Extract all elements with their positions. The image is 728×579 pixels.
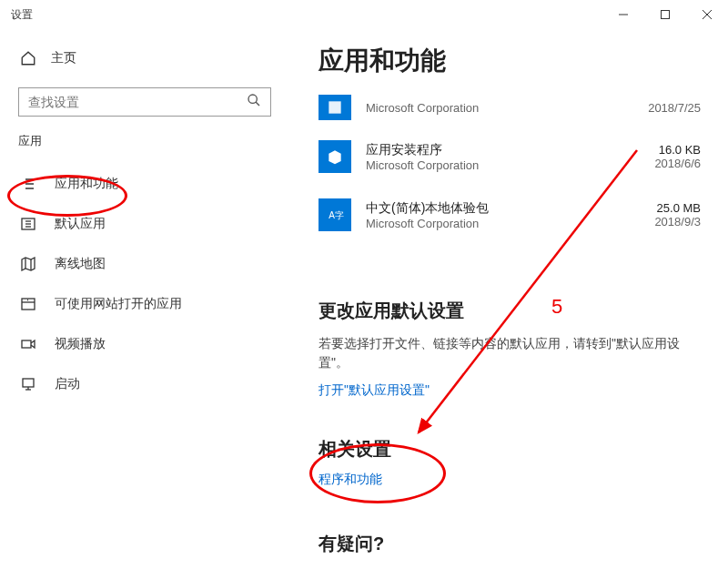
app-date: 2018/6/6	[654, 157, 701, 170]
svg-point-4	[248, 95, 257, 103]
maximize-button[interactable]	[644, 0, 686, 29]
video-icon	[20, 337, 36, 351]
sidebar-item-video-playback[interactable]: 视频播放	[18, 324, 291, 364]
app-size: 25.0 MB	[654, 201, 701, 215]
list-icon	[20, 177, 36, 191]
app-icon: A字	[318, 198, 351, 231]
related-settings-heading: 相关设置	[318, 437, 701, 462]
app-publisher: Microsoft Corporation	[366, 217, 654, 230]
svg-rect-25	[329, 101, 340, 113]
app-publisher: Microsoft Corporation	[366, 158, 654, 172]
home-button[interactable]: 主页	[18, 40, 291, 76]
sidebar-item-apps-features[interactable]: 应用和功能	[18, 164, 291, 204]
open-default-apps-link[interactable]: 打开"默认应用设置"	[318, 382, 430, 397]
home-label: 主页	[51, 50, 76, 66]
app-size: 16.0 KB	[654, 143, 701, 157]
close-button[interactable]	[686, 0, 728, 29]
nav-label: 启动	[55, 376, 80, 392]
svg-rect-21	[22, 340, 31, 348]
sidebar-item-default-apps[interactable]: 默认应用	[18, 204, 291, 244]
page-title: 应用和功能	[318, 44, 701, 78]
app-row[interactable]: Microsoft Corporation 2018/7/25	[318, 89, 701, 126]
sidebar-item-offline-maps[interactable]: 离线地图	[18, 244, 291, 284]
window-controls	[602, 0, 728, 29]
app-date: 2018/9/3	[654, 215, 701, 229]
nav-label: 离线地图	[55, 256, 106, 272]
svg-line-5	[256, 102, 259, 106]
website-icon	[20, 297, 36, 311]
app-name: 中文(简体)本地体验包	[366, 200, 654, 217]
titlebar: 设置	[0, 0, 728, 29]
nav-label: 可使用网站打开的应用	[55, 296, 182, 312]
app-name: 应用安装程序	[366, 142, 654, 158]
map-icon	[20, 257, 36, 271]
change-defaults-heading: 更改应用默认设置	[318, 299, 701, 323]
content-area: 应用和功能 Microsoft Corporation 2018/7/25 应用…	[291, 29, 728, 579]
window-title: 设置	[11, 7, 33, 23]
search-input[interactable]	[18, 87, 271, 117]
app-row[interactable]: A字 中文(简体)本地体验包 Microsoft Corporation 25.…	[318, 188, 701, 242]
nav-label: 默认应用	[55, 216, 106, 232]
app-icon	[318, 140, 351, 173]
app-publisher: Microsoft Corporation	[366, 101, 648, 115]
startup-icon	[20, 377, 36, 391]
section-label: 应用	[18, 133, 291, 149]
app-row[interactable]: 应用安装程序 Microsoft Corporation 16.0 KB 201…	[318, 129, 701, 184]
search-icon	[247, 93, 261, 111]
svg-text:A字: A字	[329, 210, 344, 220]
app-date: 2018/7/25	[648, 101, 701, 115]
home-icon	[20, 50, 36, 66]
questions-heading: 有疑问?	[318, 532, 701, 556]
programs-features-link[interactable]: 程序和功能	[318, 472, 382, 486]
sidebar-item-website-apps[interactable]: 可使用网站打开的应用	[18, 284, 291, 324]
sidebar: 主页 应用 应用和功能 默认应用	[0, 29, 291, 579]
change-defaults-text: 若要选择打开文件、链接等内容的默认应用，请转到"默认应用设置"。	[318, 334, 701, 372]
svg-rect-1	[662, 11, 670, 19]
nav-label: 应用和功能	[55, 176, 118, 192]
sidebar-item-startup[interactable]: 启动	[18, 364, 291, 404]
svg-rect-22	[23, 379, 34, 387]
defaults-icon	[20, 217, 36, 231]
minimize-button[interactable]	[602, 0, 644, 29]
search-field[interactable]	[28, 95, 247, 109]
nav-label: 视频播放	[55, 336, 106, 352]
app-icon	[318, 95, 351, 120]
